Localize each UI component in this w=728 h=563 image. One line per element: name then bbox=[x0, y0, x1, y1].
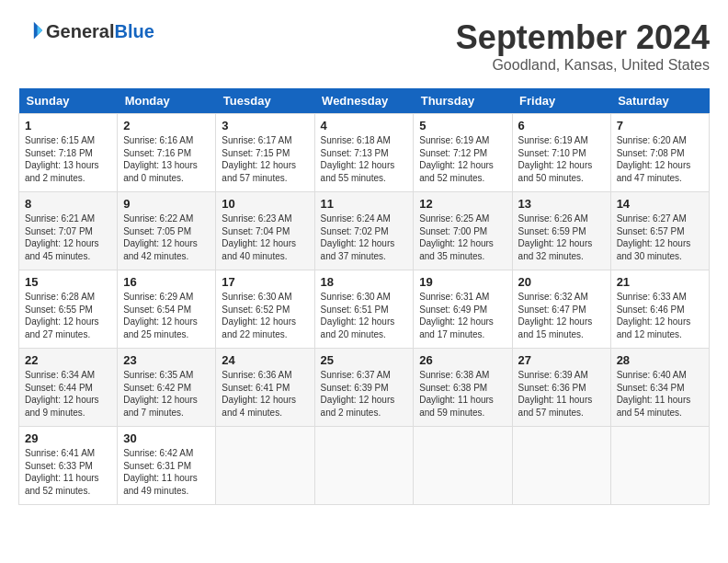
day-number: 17 bbox=[222, 275, 308, 289]
day-number: 5 bbox=[419, 119, 506, 132]
day-info: Sunrise: 6:24 AMSunset: 7:02 PMDaylight:… bbox=[321, 213, 408, 262]
calendar-cell: 24Sunrise: 6:36 AMSunset: 6:41 PMDayligh… bbox=[216, 349, 314, 427]
calendar-cell: 18Sunrise: 6:30 AMSunset: 6:51 PMDayligh… bbox=[314, 270, 414, 349]
weekday-header-saturday: Saturday bbox=[610, 88, 709, 114]
day-number: 14 bbox=[617, 197, 703, 211]
calendar-cell: 23Sunrise: 6:35 AMSunset: 6:42 PMDayligh… bbox=[118, 349, 216, 427]
calendar-cell: 17Sunrise: 6:30 AMSunset: 6:52 PMDayligh… bbox=[216, 270, 314, 349]
day-number: 26 bbox=[419, 353, 506, 367]
day-number: 1 bbox=[25, 119, 111, 132]
weekday-header-tuesday: Tuesday bbox=[216, 88, 314, 114]
calendar-cell: 30Sunrise: 6:42 AMSunset: 6:31 PMDayligh… bbox=[118, 427, 216, 505]
day-number: 9 bbox=[123, 197, 210, 211]
day-info: Sunrise: 6:30 AMSunset: 6:52 PMDaylight:… bbox=[222, 291, 308, 340]
day-number: 13 bbox=[518, 197, 605, 211]
calendar-cell: 16Sunrise: 6:29 AMSunset: 6:54 PMDayligh… bbox=[118, 270, 216, 349]
calendar-cell: 2Sunrise: 6:16 AMSunset: 7:16 PMDaylight… bbox=[118, 114, 216, 192]
calendar-cell bbox=[314, 427, 414, 505]
day-number: 29 bbox=[25, 431, 111, 445]
day-info: Sunrise: 6:23 AMSunset: 7:04 PMDaylight:… bbox=[222, 213, 308, 262]
weekday-header-monday: Monday bbox=[118, 88, 216, 114]
day-info: Sunrise: 6:36 AMSunset: 6:41 PMDaylight:… bbox=[222, 369, 308, 419]
day-info: Sunrise: 6:18 AMSunset: 7:13 PMDaylight:… bbox=[321, 134, 408, 184]
calendar-cell: 10Sunrise: 6:23 AMSunset: 7:04 PMDayligh… bbox=[216, 192, 314, 270]
day-number: 23 bbox=[123, 353, 210, 367]
calendar-cell: 13Sunrise: 6:26 AMSunset: 6:59 PMDayligh… bbox=[512, 192, 610, 270]
day-info: Sunrise: 6:37 AMSunset: 6:39 PMDaylight:… bbox=[321, 369, 408, 419]
calendar-cell: 19Sunrise: 6:31 AMSunset: 6:49 PMDayligh… bbox=[414, 270, 512, 349]
weekday-header-thursday: Thursday bbox=[414, 88, 512, 114]
day-number: 15 bbox=[25, 275, 111, 289]
logo-blue-text: Blue bbox=[114, 21, 154, 42]
day-info: Sunrise: 6:35 AMSunset: 6:42 PMDaylight:… bbox=[123, 369, 210, 419]
calendar-cell: 22Sunrise: 6:34 AMSunset: 6:44 PMDayligh… bbox=[19, 349, 118, 427]
day-number: 8 bbox=[25, 197, 111, 211]
day-info: Sunrise: 6:22 AMSunset: 7:05 PMDaylight:… bbox=[123, 213, 210, 262]
day-number: 30 bbox=[123, 431, 210, 445]
day-number: 21 bbox=[617, 275, 703, 289]
calendar-cell bbox=[610, 427, 709, 505]
day-info: Sunrise: 6:40 AMSunset: 6:34 PMDaylight:… bbox=[617, 369, 703, 419]
calendar-cell: 15Sunrise: 6:28 AMSunset: 6:55 PMDayligh… bbox=[19, 270, 118, 349]
month-title: September 2024 bbox=[456, 18, 710, 57]
day-number: 4 bbox=[321, 119, 408, 132]
calendar-cell: 9Sunrise: 6:22 AMSunset: 7:05 PMDaylight… bbox=[118, 192, 216, 270]
location-title: Goodland, Kansas, United States bbox=[456, 57, 710, 74]
calendar-cell bbox=[512, 427, 610, 505]
day-number: 2 bbox=[123, 119, 210, 132]
calendar-cell: 12Sunrise: 6:25 AMSunset: 7:00 PMDayligh… bbox=[414, 192, 512, 270]
logo: GeneralBlue bbox=[18, 18, 154, 44]
day-number: 20 bbox=[518, 275, 605, 289]
calendar-cell: 4Sunrise: 6:18 AMSunset: 7:13 PMDaylight… bbox=[314, 114, 414, 192]
weekday-header-sunday: Sunday bbox=[19, 88, 118, 114]
day-info: Sunrise: 6:28 AMSunset: 6:55 PMDaylight:… bbox=[25, 291, 111, 340]
day-info: Sunrise: 6:30 AMSunset: 6:51 PMDaylight:… bbox=[321, 291, 408, 340]
calendar-cell bbox=[414, 427, 512, 505]
day-info: Sunrise: 6:21 AMSunset: 7:07 PMDaylight:… bbox=[25, 213, 111, 262]
title-block: September 2024 Goodland, Kansas, United … bbox=[456, 18, 710, 74]
calendar-cell: 3Sunrise: 6:17 AMSunset: 7:15 PMDaylight… bbox=[216, 114, 314, 192]
weekday-header-wednesday: Wednesday bbox=[314, 88, 414, 114]
day-number: 24 bbox=[222, 353, 308, 367]
calendar-cell bbox=[216, 427, 314, 505]
day-info: Sunrise: 6:27 AMSunset: 6:57 PMDaylight:… bbox=[617, 213, 703, 262]
calendar-cell: 5Sunrise: 6:19 AMSunset: 7:12 PMDaylight… bbox=[414, 114, 512, 192]
day-number: 6 bbox=[518, 119, 605, 132]
day-number: 25 bbox=[321, 353, 408, 367]
logo-general-text: General bbox=[46, 21, 114, 42]
day-number: 27 bbox=[518, 353, 605, 367]
calendar-cell: 6Sunrise: 6:19 AMSunset: 7:10 PMDaylight… bbox=[512, 114, 610, 192]
day-info: Sunrise: 6:32 AMSunset: 6:47 PMDaylight:… bbox=[518, 291, 605, 340]
calendar-cell: 26Sunrise: 6:38 AMSunset: 6:38 PMDayligh… bbox=[414, 349, 512, 427]
day-info: Sunrise: 6:17 AMSunset: 7:15 PMDaylight:… bbox=[222, 134, 308, 184]
day-info: Sunrise: 6:38 AMSunset: 6:38 PMDaylight:… bbox=[419, 369, 506, 419]
day-number: 10 bbox=[222, 197, 308, 211]
day-info: Sunrise: 6:20 AMSunset: 7:08 PMDaylight:… bbox=[617, 134, 703, 184]
calendar-cell: 8Sunrise: 6:21 AMSunset: 7:07 PMDaylight… bbox=[19, 192, 118, 270]
day-number: 12 bbox=[419, 197, 506, 211]
calendar-cell: 28Sunrise: 6:40 AMSunset: 6:34 PMDayligh… bbox=[610, 349, 709, 427]
day-number: 7 bbox=[617, 119, 703, 132]
calendar-cell: 27Sunrise: 6:39 AMSunset: 6:36 PMDayligh… bbox=[512, 349, 610, 427]
calendar-cell: 1Sunrise: 6:15 AMSunset: 7:18 PMDaylight… bbox=[19, 114, 118, 192]
day-info: Sunrise: 6:19 AMSunset: 7:10 PMDaylight:… bbox=[518, 134, 605, 184]
calendar-table: SundayMondayTuesdayWednesdayThursdayFrid… bbox=[18, 88, 710, 505]
day-info: Sunrise: 6:33 AMSunset: 6:46 PMDaylight:… bbox=[617, 291, 703, 340]
day-number: 11 bbox=[321, 197, 408, 211]
day-info: Sunrise: 6:34 AMSunset: 6:44 PMDaylight:… bbox=[25, 369, 111, 419]
calendar-cell: 20Sunrise: 6:32 AMSunset: 6:47 PMDayligh… bbox=[512, 270, 610, 349]
day-info: Sunrise: 6:42 AMSunset: 6:31 PMDaylight:… bbox=[123, 447, 210, 497]
day-info: Sunrise: 6:15 AMSunset: 7:18 PMDaylight:… bbox=[25, 134, 111, 184]
calendar-cell: 11Sunrise: 6:24 AMSunset: 7:02 PMDayligh… bbox=[314, 192, 414, 270]
day-info: Sunrise: 6:16 AMSunset: 7:16 PMDaylight:… bbox=[123, 134, 210, 184]
day-info: Sunrise: 6:29 AMSunset: 6:54 PMDaylight:… bbox=[123, 291, 210, 340]
day-info: Sunrise: 6:41 AMSunset: 6:33 PMDaylight:… bbox=[25, 447, 111, 497]
day-number: 19 bbox=[419, 275, 506, 289]
svg-marker-1 bbox=[38, 25, 43, 35]
day-info: Sunrise: 6:39 AMSunset: 6:36 PMDaylight:… bbox=[518, 369, 605, 419]
calendar-cell: 14Sunrise: 6:27 AMSunset: 6:57 PMDayligh… bbox=[610, 192, 709, 270]
day-number: 16 bbox=[123, 275, 210, 289]
calendar-cell: 7Sunrise: 6:20 AMSunset: 7:08 PMDaylight… bbox=[610, 114, 709, 192]
weekday-header-friday: Friday bbox=[512, 88, 610, 114]
day-number: 18 bbox=[321, 275, 408, 289]
